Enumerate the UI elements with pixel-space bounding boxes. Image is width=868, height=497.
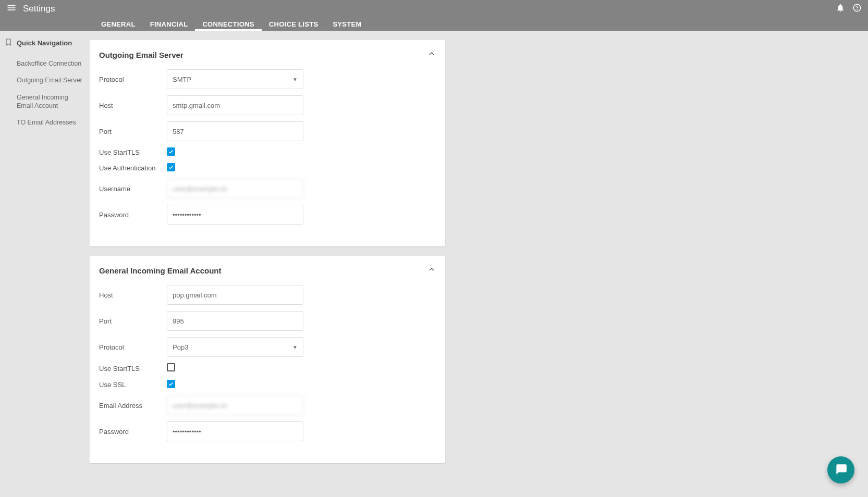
row-outgoing-starttls: Use StartTLS bbox=[99, 147, 436, 157]
label-outgoing-port: Port bbox=[99, 128, 167, 135]
bookmark-icon bbox=[4, 38, 13, 48]
tabbar: GENERAL FINANCIAL CONNECTIONS CHOICE LIS… bbox=[0, 17, 868, 31]
sidebar-heading: Quick Navigation bbox=[4, 38, 84, 48]
label-incoming-port: Port bbox=[99, 317, 167, 325]
select-outgoing-protocol[interactable]: SMTP ▼ bbox=[167, 69, 303, 89]
tab-financial[interactable]: FINANCIAL bbox=[143, 17, 195, 31]
label-outgoing-password: Password bbox=[99, 211, 167, 219]
row-outgoing-username: Username user@example.ex bbox=[99, 179, 436, 198]
card-incoming-header: General Incoming Email Account bbox=[99, 265, 436, 276]
select-incoming-protocol[interactable]: Pop3 ▼ bbox=[167, 337, 303, 357]
help-icon[interactable] bbox=[852, 3, 862, 15]
checkbox-outgoing-starttls[interactable] bbox=[167, 147, 175, 156]
sidebar-heading-label: Quick Navigation bbox=[17, 39, 72, 47]
chevron-up-icon[interactable] bbox=[427, 49, 436, 60]
topbar-right bbox=[836, 3, 862, 15]
card-outgoing: Outgoing Email Server Protocol SMTP ▼ Ho… bbox=[90, 40, 445, 246]
card-incoming-title: General Incoming Email Account bbox=[99, 266, 222, 275]
row-incoming-port: Port 995 bbox=[99, 311, 436, 331]
row-incoming-ssl: Use SSL bbox=[99, 380, 436, 389]
menu-icon[interactable] bbox=[6, 3, 17, 15]
bell-icon[interactable] bbox=[836, 3, 845, 15]
tab-system[interactable]: SYSTEM bbox=[325, 17, 369, 31]
topbar: Settings bbox=[0, 0, 868, 17]
row-incoming-password: Password •••••••••••• bbox=[99, 421, 436, 441]
label-incoming-email: Email Address bbox=[99, 402, 167, 409]
sidebar-item-outgoing[interactable]: Outgoing Email Server bbox=[4, 72, 84, 89]
row-incoming-host: Host pop.gmail.com bbox=[99, 285, 436, 305]
sidebar: Quick Navigation Backoffice Connection O… bbox=[0, 31, 90, 497]
row-outgoing-port: Port 587 bbox=[99, 121, 436, 141]
chevron-up-icon[interactable] bbox=[427, 265, 436, 276]
checkbox-incoming-ssl[interactable] bbox=[167, 380, 175, 388]
label-incoming-starttls: Use StartTLS bbox=[99, 365, 167, 372]
content: Quick Navigation Backoffice Connection O… bbox=[0, 31, 868, 497]
input-outgoing-port[interactable]: 587 bbox=[167, 121, 303, 141]
label-incoming-host: Host bbox=[99, 291, 167, 299]
checkbox-incoming-starttls[interactable] bbox=[167, 363, 175, 371]
input-outgoing-username[interactable]: user@example.ex bbox=[167, 179, 303, 198]
label-outgoing-username: Username bbox=[99, 185, 167, 193]
label-outgoing-starttls: Use StartTLS bbox=[99, 148, 167, 156]
caret-down-icon: ▼ bbox=[292, 344, 298, 350]
card-outgoing-header: Outgoing Email Server bbox=[99, 49, 436, 60]
card-incoming: General Incoming Email Account Host pop.… bbox=[90, 256, 445, 463]
caret-down-icon: ▼ bbox=[292, 77, 298, 82]
tab-general[interactable]: GENERAL bbox=[94, 17, 143, 31]
tab-choice-lists[interactable]: CHOICE LISTS bbox=[262, 17, 326, 31]
sidebar-item-incoming[interactable]: General Incoming Email Account bbox=[4, 89, 84, 115]
row-outgoing-host: Host smtp.gmail.com bbox=[99, 95, 436, 115]
chat-fab[interactable] bbox=[827, 456, 854, 483]
select-incoming-protocol-value: Pop3 bbox=[173, 343, 188, 351]
row-incoming-protocol: Protocol Pop3 ▼ bbox=[99, 337, 436, 357]
label-incoming-protocol: Protocol bbox=[99, 343, 167, 351]
chat-icon bbox=[834, 462, 848, 478]
input-incoming-email[interactable]: user@example.ex bbox=[167, 395, 303, 415]
row-incoming-starttls: Use StartTLS bbox=[99, 363, 436, 374]
sidebar-item-backoffice[interactable]: Backoffice Connection bbox=[4, 55, 84, 72]
checkbox-outgoing-auth[interactable] bbox=[167, 163, 175, 171]
label-outgoing-auth: Use Authentication bbox=[99, 164, 167, 172]
label-outgoing-protocol: Protocol bbox=[99, 76, 167, 83]
topbar-left: Settings bbox=[6, 3, 55, 15]
row-outgoing-auth: Use Authentication bbox=[99, 163, 436, 172]
label-incoming-ssl: Use SSL bbox=[99, 381, 167, 389]
input-incoming-password[interactable]: •••••••••••• bbox=[167, 421, 303, 441]
input-outgoing-password[interactable]: •••••••••••• bbox=[167, 205, 303, 225]
label-incoming-password: Password bbox=[99, 428, 167, 436]
row-outgoing-protocol: Protocol SMTP ▼ bbox=[99, 69, 436, 89]
label-outgoing-host: Host bbox=[99, 102, 167, 109]
tab-connections[interactable]: CONNECTIONS bbox=[195, 17, 261, 31]
input-incoming-port[interactable]: 995 bbox=[167, 311, 303, 331]
select-outgoing-protocol-value: SMTP bbox=[173, 76, 191, 83]
main: Outgoing Email Server Protocol SMTP ▼ Ho… bbox=[90, 31, 868, 497]
row-incoming-email: Email Address user@example.ex bbox=[99, 395, 436, 415]
card-outgoing-title: Outgoing Email Server bbox=[99, 51, 184, 59]
row-outgoing-password: Password •••••••••••• bbox=[99, 205, 436, 225]
input-incoming-host[interactable]: pop.gmail.com bbox=[167, 285, 303, 305]
sidebar-item-to-addresses[interactable]: TO Email Addresses bbox=[4, 114, 84, 131]
page-title: Settings bbox=[23, 4, 55, 14]
input-outgoing-host[interactable]: smtp.gmail.com bbox=[167, 95, 303, 115]
